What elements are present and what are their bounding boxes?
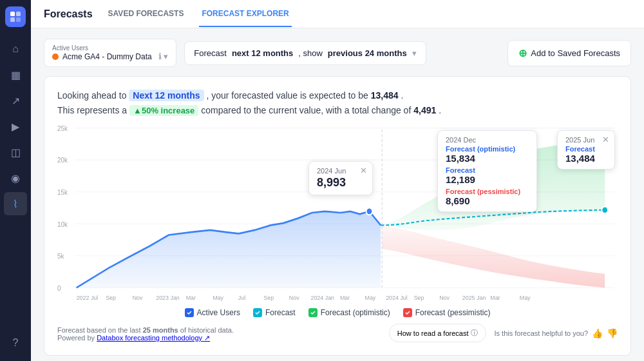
tooltip-date-jun2025: 2025 Jun [565,136,607,144]
legend-check-forecast[interactable] [253,308,262,317]
sidebar-item-reports[interactable]: ▦ [4,63,27,86]
insight-increase-suffix: compared to the current value, with a to… [201,105,411,115]
insight-change-value: 4,491 [413,105,436,115]
insight-forecasted-value: 13,484 [371,90,399,101]
svg-text:2024 Jan: 2024 Jan [310,294,334,300]
svg-text:2023 Jan: 2023 Jan [156,294,180,300]
svg-text:2024 Jul: 2024 Jul [386,294,408,300]
helpful-row: Is this forecast helpful to you? 👍 👎 [494,328,618,338]
chart-area: 25k 20k 15k 10k 5k 0 2022 Jul Sep [57,122,618,303]
tooltip-dec2024: 2024 Dec Forecast (optimistic) 15,834 Fo… [437,130,537,212]
close-icon-jun2025[interactable]: ✕ [602,135,609,144]
tooltip-forecast-label-jun2025: Forecast [565,145,607,153]
content-area: Active Users Acme GA4 - Dummy Data ℹ ▾ F… [31,28,644,361]
thumbs-up-button[interactable]: 👍 [592,328,603,338]
tooltip-forecast-value-jun2025: 13,484 [565,153,607,164]
chart-footer: Forecast based on the last 25 months of … [57,324,618,342]
history-note: Forecast based on the last [57,326,141,334]
svg-text:Mar: Mar [340,294,350,300]
legend-label-forecast: Forecast [265,308,296,317]
legend-check-pessimistic[interactable] [403,308,412,317]
footer-left: Forecast based on the last 25 months of … [57,326,234,342]
datasource-label: Active Users [52,44,168,52]
info-button[interactable]: ℹ ▾ [158,52,169,61]
page-title: Forecasts [44,8,93,20]
datasource-value: Acme GA4 - Dummy Data [62,52,152,61]
svg-text:20k: 20k [57,157,68,164]
sidebar-item-forecasts[interactable]: ⌇ [4,192,27,215]
toolbar: Active Users Acme GA4 - Dummy Data ℹ ▾ F… [44,39,631,67]
insight-change-end: . [439,105,441,115]
legend-label-active-users: Active Users [197,308,240,317]
svg-text:5k: 5k [57,253,64,260]
increase-badge: ▲50% increase [129,105,198,116]
forecasting-methodology-link[interactable]: Databox forecasting methodology ↗ [97,334,210,342]
legend-forecast: Forecast [253,308,296,317]
legend-check-active-users[interactable] [185,308,194,317]
tooltip-value-jun2024: 8,993 [317,176,365,190]
svg-text:May: May [520,294,531,300]
legend-active-users: Active Users [185,308,240,317]
svg-rect-0 [10,12,15,16]
legend-optimistic: Forecast (optimistic) [308,308,390,317]
svg-text:2022 Jul: 2022 Jul [77,294,99,300]
insight-period-end: . [401,90,403,101]
svg-rect-2 [10,17,15,22]
svg-text:Mar: Mar [490,294,500,300]
insight-represents-prefix: This represents a [57,105,127,115]
sidebar-item-goals[interactable]: ▶ [4,115,27,138]
data-source-selector[interactable]: Active Users Acme GA4 - Dummy Data ℹ ▾ [44,39,176,67]
chevron-down-icon: ▾ [412,48,417,58]
ga4-dot-icon [52,54,59,60]
plus-icon: ⊕ [518,47,527,59]
svg-text:May: May [365,294,376,300]
tooltip-jun2024: ✕ 2024 Jun 8,993 [308,161,373,195]
svg-text:Sep: Sep [414,294,424,300]
sidebar-item-metrics[interactable]: ↗ [4,89,27,112]
tooltip-pessimistic-label: Forecast (pessimistic) [446,188,529,195]
tab-forecast-explorer[interactable]: FORECAST EXPLORER [199,1,291,27]
tooltip-forecast-value: 12,189 [446,174,529,185]
svg-text:0: 0 [57,284,61,291]
top-navigation: Forecasts SAVED FORECASTS FORECAST EXPLO… [31,0,644,28]
legend-label-optimistic: Forecast (optimistic) [321,308,390,317]
forecast-period-selector[interactable]: Forecast next 12 months , show previous … [184,41,426,65]
insight-middle: , your forecasted value is expected to b… [206,90,368,101]
forecast-history-bold: previous 24 months [328,48,407,58]
svg-text:2025 Jan: 2025 Jan [462,294,486,300]
svg-point-36 [601,206,608,213]
tooltip-optimistic-value: 15,834 [446,153,529,164]
tooltip-forecast-label: Forecast [446,166,529,174]
svg-text:15k: 15k [57,189,68,196]
info-circle-icon: ⓘ [471,328,478,338]
svg-text:Mar: Mar [186,294,196,300]
close-icon[interactable]: ✕ [360,166,367,175]
svg-point-35 [366,208,372,215]
add-btn-label: Add to Saved Forecasts [531,48,620,58]
tooltip-optimistic-label: Forecast (optimistic) [446,145,529,153]
thumbs-down-button[interactable]: 👎 [607,328,618,338]
forecast-chart-card: Looking ahead to Next 12 months , your f… [44,76,631,356]
tab-saved-forecasts[interactable]: SAVED FORECASTS [106,1,187,27]
legend-label-pessimistic: Forecast (pessimistic) [415,308,491,317]
app-logo[interactable] [5,6,26,27]
history-suffix: of historical data. [180,326,234,334]
svg-text:Nov: Nov [439,294,450,300]
main-content: Forecasts SAVED FORECASTS FORECAST EXPLO… [31,0,644,361]
insight-period-highlight: Next 12 months [129,90,204,101]
sidebar-item-alerts[interactable]: ◫ [4,141,27,164]
legend-pessimistic: Forecast (pessimistic) [403,308,491,317]
chart-legend: Active Users Forecast Forecast (optimist… [57,308,618,317]
sidebar-item-home[interactable]: ⌂ [4,37,27,61]
svg-text:25k: 25k [57,125,68,132]
legend-check-optimistic[interactable] [308,308,317,317]
svg-text:Nov: Nov [133,294,143,300]
sidebar-item-scorecard[interactable]: ◉ [4,166,27,190]
svg-rect-1 [16,12,21,16]
read-forecast-button[interactable]: How to read a forecast ⓘ [389,324,487,342]
add-to-saved-forecasts-button[interactable]: ⊕ Add to Saved Forecasts [507,40,631,66]
svg-text:Jul: Jul [238,294,245,300]
insight-line-2: This represents a ▲50% increase compared… [57,105,618,116]
svg-rect-3 [16,17,21,22]
sidebar-item-help[interactable]: ? [4,331,27,355]
